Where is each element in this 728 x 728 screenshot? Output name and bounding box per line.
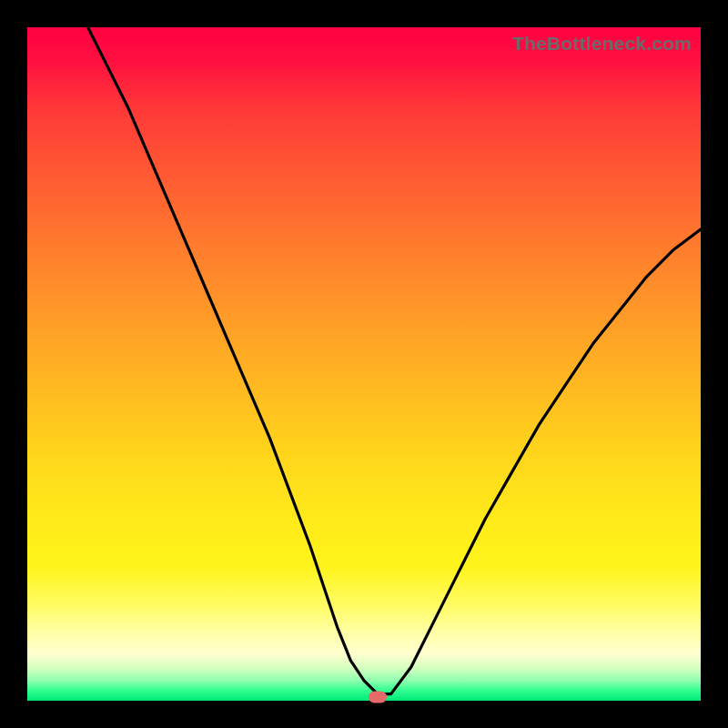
chart-frame: TheBottleneck.com [0,0,728,728]
optimum-marker [369,692,387,703]
plot-area: TheBottleneck.com [27,27,701,701]
curve-svg [27,27,701,701]
bottleneck-curve [88,27,701,694]
